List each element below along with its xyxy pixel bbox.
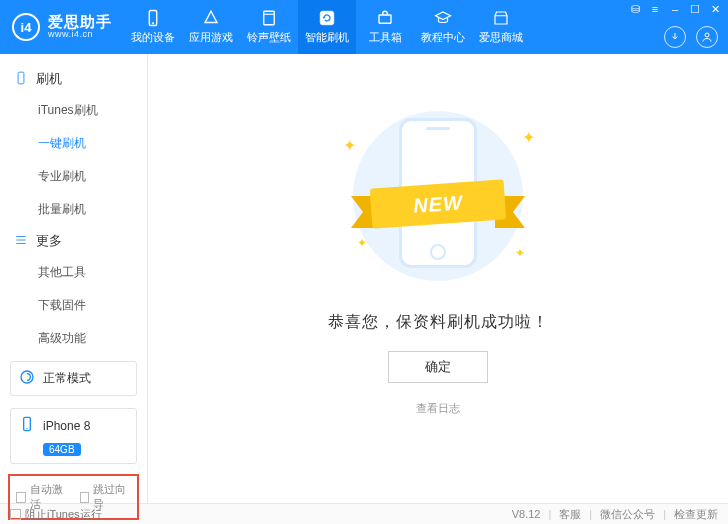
mode-label: 正常模式 [43, 370, 91, 387]
section-title: 刷机 [36, 70, 62, 88]
section-title: 更多 [36, 232, 62, 250]
user-button[interactable] [696, 26, 718, 48]
app-logo: i4 爱思助手 www.i4.cn [0, 13, 124, 41]
device-card[interactable]: iPhone 8 64GB [10, 408, 137, 464]
svg-rect-4 [379, 15, 391, 23]
check-update-link[interactable]: 检查更新 [674, 507, 718, 522]
maximize-icon[interactable]: ☐ [688, 3, 702, 16]
nav-ringtone-wallpaper[interactable]: 铃声壁纸 [240, 0, 298, 54]
brand-title: 爱思助手 [48, 14, 112, 31]
device-name: iPhone 8 [43, 419, 90, 433]
device-phone-icon [19, 416, 35, 435]
sidebar-item-download-firmware[interactable]: 下载固件 [0, 289, 147, 322]
sidebar-section-more[interactable]: 更多 [0, 226, 147, 256]
sparkle-icon: ✦ [357, 236, 367, 250]
close-icon[interactable]: ✕ [708, 3, 722, 16]
nav-my-device[interactable]: 我的设备 [124, 0, 182, 54]
refresh-icon [318, 9, 336, 27]
ok-button[interactable]: 确定 [388, 351, 488, 383]
nav-label: 教程中心 [421, 30, 465, 45]
nav-tutorial[interactable]: 教程中心 [414, 0, 472, 54]
view-log-link[interactable]: 查看日志 [416, 401, 460, 416]
top-nav: 我的设备 应用游戏 铃声壁纸 智能刷机 工具箱 教程中心 爱思商城 [124, 0, 530, 54]
brand-url: www.i4.cn [48, 30, 112, 40]
nav-label: 应用游戏 [189, 30, 233, 45]
support-link[interactable]: 客服 [559, 507, 581, 522]
nav-smart-flash[interactable]: 智能刷机 [298, 0, 356, 54]
sparkle-icon: ✦ [343, 136, 356, 155]
version-label: V8.12 [512, 508, 541, 520]
mode-normal-icon [19, 369, 35, 388]
svg-point-9 [26, 428, 27, 429]
nav-label: 我的设备 [131, 30, 175, 45]
nav-apps-games[interactable]: 应用游戏 [182, 0, 240, 54]
device-storage-badge: 64GB [43, 443, 81, 456]
app-header: i4 爱思助手 www.i4.cn 我的设备 应用游戏 铃声壁纸 智能刷机 工具… [0, 0, 728, 54]
sidebar-item-pro-flash[interactable]: 专业刷机 [0, 160, 147, 193]
svg-point-5 [705, 33, 709, 37]
window-controls: ⛁ ≡ – ☐ ✕ [628, 3, 722, 16]
mode-card[interactable]: 正常模式 [10, 361, 137, 396]
sidebar-item-other-tools[interactable]: 其他工具 [0, 256, 147, 289]
sidebar-item-advanced[interactable]: 高级功能 [0, 322, 147, 355]
apps-icon [202, 9, 220, 27]
download-button[interactable] [664, 26, 686, 48]
phone-outline-icon [14, 71, 28, 88]
nav-label: 工具箱 [369, 30, 402, 45]
svg-point-1 [152, 23, 154, 25]
svg-rect-2 [264, 11, 275, 25]
ribbon-text: NEW [370, 179, 506, 228]
svg-rect-6 [18, 72, 24, 84]
svg-rect-3 [320, 11, 334, 25]
cart-icon[interactable]: ⛁ [628, 3, 642, 16]
graduation-icon [434, 9, 452, 27]
sparkle-icon: ✦ [522, 128, 535, 147]
nav-label: 爱思商城 [479, 30, 523, 45]
sidebar-item-onekey-flash[interactable]: 一键刷机 [0, 127, 147, 160]
success-message: 恭喜您，保资料刷机成功啦！ [328, 312, 549, 333]
wechat-link[interactable]: 微信公众号 [600, 507, 655, 522]
new-ribbon: NEW [351, 184, 525, 230]
sidebar-item-batch-flash[interactable]: 批量刷机 [0, 193, 147, 226]
main-panel: ✦ ✦ ✦ ✦ NEW 恭喜您，保资料刷机成功啦！ 确定 查看日志 [148, 54, 728, 503]
sidebar-section-flash[interactable]: 刷机 [0, 64, 147, 94]
store-icon [492, 9, 510, 27]
toolbox-icon [376, 9, 394, 27]
nav-label: 智能刷机 [305, 30, 349, 45]
list-icon [14, 233, 28, 250]
nav-label: 铃声壁纸 [247, 30, 291, 45]
note-icon [260, 9, 278, 27]
nav-toolbox[interactable]: 工具箱 [356, 0, 414, 54]
svg-point-7 [21, 371, 33, 383]
checkbox-block-itunes[interactable]: 阻止iTunes运行 [10, 507, 102, 522]
success-illustration: ✦ ✦ ✦ ✦ NEW [333, 106, 543, 286]
sidebar-item-itunes-flash[interactable]: iTunes刷机 [0, 94, 147, 127]
sidebar: 刷机 iTunes刷机 一键刷机 专业刷机 批量刷机 更多 其他工具 下载固件 … [0, 54, 148, 503]
sparkle-icon: ✦ [515, 246, 525, 260]
phone-icon [144, 9, 162, 27]
menu-icon[interactable]: ≡ [648, 3, 662, 16]
nav-mall[interactable]: 爱思商城 [472, 0, 530, 54]
logo-badge: i4 [12, 13, 40, 41]
minimize-icon[interactable]: – [668, 3, 682, 16]
